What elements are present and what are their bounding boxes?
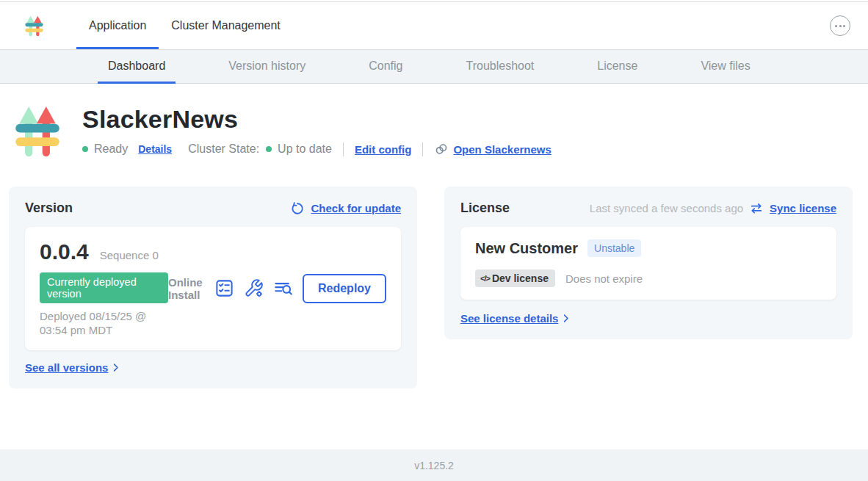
console-version: v1.125.2 — [414, 460, 454, 471]
currently-deployed-badge: Currently deployed version — [40, 272, 168, 303]
overflow-menu-button[interactable] — [830, 15, 850, 36]
tab-cluster-management[interactable]: Cluster Management — [159, 2, 293, 49]
ellipsis-icon — [835, 25, 837, 27]
edit-config-link[interactable]: Edit config — [355, 143, 412, 156]
page-title: SlackerNews — [82, 105, 551, 134]
app-logo-icon — [24, 15, 44, 37]
cluster-state-label: Cluster State: — [188, 142, 259, 156]
code-icon: </> — [480, 274, 490, 283]
last-synced-text: Last synced a few seconds ago — [590, 202, 743, 214]
version-card-title: Version — [25, 200, 73, 216]
chain-link-icon — [434, 142, 449, 156]
status-details-link[interactable]: Details — [138, 143, 172, 155]
top-nav-bar: Application Cluster Management — [0, 2, 868, 50]
tab-troubleshoot[interactable]: Troubleshoot — [455, 50, 544, 84]
version-card: Version Check for update 0.0.4 Sequence … — [9, 187, 417, 388]
current-version-panel: 0.0.4 Sequence 0 Currently deployed vers… — [25, 227, 401, 350]
logs-search-icon — [273, 278, 293, 298]
tab-version-history[interactable]: Version history — [218, 50, 316, 84]
tab-dashboard[interactable]: Dashboard — [98, 50, 176, 84]
app-status-row: Ready Details Cluster State: Up to date … — [82, 142, 551, 156]
deployed-timestamp: Deployed 08/15/25 @ 03:54 pm MDT — [40, 310, 168, 338]
open-app-link-group[interactable]: Open Slackernews — [434, 142, 551, 156]
chevron-right-icon — [110, 362, 121, 373]
license-type-text: Dev license — [492, 272, 549, 284]
version-number: 0.0.4 — [40, 239, 89, 264]
see-all-versions-link[interactable]: See all versions — [25, 361, 108, 374]
license-card: License Last synced a few seconds ago Sy… — [444, 187, 853, 339]
redeploy-button[interactable]: Redeploy — [303, 274, 386, 303]
cluster-state-text: Up to date — [278, 142, 332, 156]
see-license-details-link[interactable]: See license details — [460, 312, 558, 325]
tab-application[interactable]: Application — [76, 2, 159, 49]
license-card-title: License — [460, 200, 510, 216]
view-logs-button[interactable] — [273, 278, 293, 298]
app-sub-nav: Dashboard Version history Config Trouble… — [0, 50, 868, 84]
app-status-dot — [82, 146, 88, 152]
tab-config[interactable]: Config — [358, 50, 413, 84]
footer-bar: v1.125.2 — [0, 449, 868, 481]
license-details-panel: New Customer Unstable </> Dev license Do… — [460, 227, 836, 300]
divider — [343, 142, 344, 156]
config-button[interactable] — [244, 278, 264, 298]
tab-license[interactable]: License — [587, 50, 648, 84]
license-expiry-text: Does not expire — [565, 272, 643, 285]
channel-badge: Unstable — [587, 239, 641, 257]
app-status-text: Ready — [94, 142, 128, 156]
open-slackernews-link[interactable]: Open Slackernews — [453, 143, 551, 156]
divider — [422, 142, 423, 156]
chevron-right-icon — [560, 313, 571, 324]
cluster-state-dot — [266, 146, 272, 152]
checklist-icon — [214, 278, 234, 298]
check-for-update-link[interactable]: Check for update — [311, 202, 401, 214]
tab-view-files[interactable]: View files — [690, 50, 760, 84]
sync-icon — [749, 201, 764, 216]
app-header: SlackerNews Ready Details Cluster State:… — [0, 84, 868, 159]
app-logo-large — [13, 104, 62, 159]
dashboard-cards: Version Check for update 0.0.4 Sequence … — [9, 187, 859, 388]
preflight-checks-button[interactable] — [214, 278, 234, 298]
see-all-versions-row: See all versions — [25, 361, 401, 374]
refresh-icon — [290, 201, 305, 216]
wrench-gear-icon — [244, 278, 264, 298]
license-type-badge: </> Dev license — [475, 270, 555, 287]
top-nav-tabs: Application Cluster Management — [76, 2, 293, 49]
customer-name: New Customer — [475, 240, 578, 257]
install-type-label: Online Install — [168, 276, 205, 302]
see-license-details-row: See license details — [460, 312, 836, 325]
sync-license-link[interactable]: Sync license — [770, 202, 836, 214]
version-sequence: Sequence 0 — [100, 249, 159, 261]
